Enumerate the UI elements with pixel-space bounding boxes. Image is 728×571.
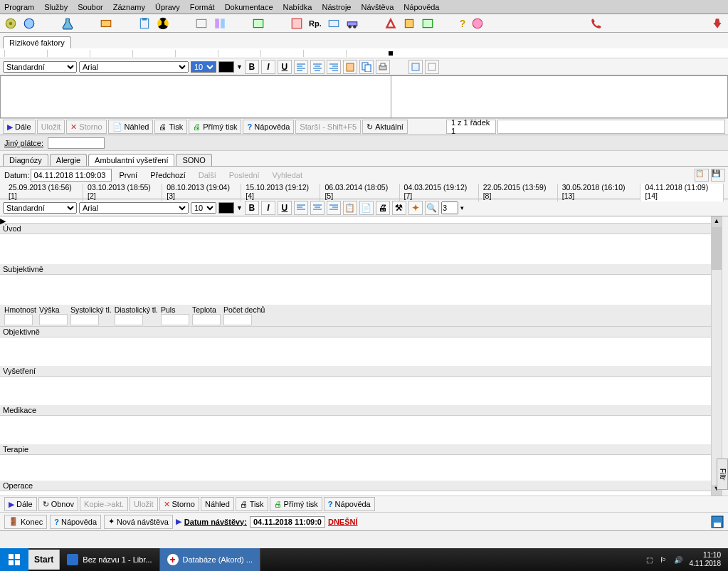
tool-button-c[interactable]: 🔍 (425, 201, 439, 215)
bold-button[interactable]: B (245, 60, 259, 74)
italic-button-2[interactable]: I (261, 201, 275, 215)
paste-button[interactable] (343, 60, 357, 74)
section-op-body[interactable] (0, 491, 711, 496)
align-center-button[interactable] (310, 60, 325, 74)
datum-input[interactable] (31, 169, 112, 182)
vital-vyska-input[interactable] (39, 314, 68, 325)
tool-button-a[interactable]: ⚒ (392, 201, 406, 215)
taskbar-clock[interactable]: 11:10 4.11.2018 (690, 551, 722, 568)
menu-sluzby[interactable]: Služby (44, 3, 68, 11)
date-tab-9[interactable]: 04.11.2018 (11:09) [14] (640, 182, 724, 201)
starsi-button[interactable]: Starší - Shift+F5 (295, 120, 361, 134)
style-select[interactable]: Standardní (3, 61, 77, 73)
tray-flag-icon[interactable]: 🏳 (660, 556, 667, 564)
print-button[interactable] (376, 60, 390, 74)
tool-icon-8[interactable] (213, 17, 226, 30)
section-med-body[interactable] (0, 416, 711, 444)
tool-icon-14[interactable] (384, 17, 397, 30)
tool-icon-7[interactable] (195, 17, 208, 30)
task-libreoffice[interactable]: Bez názvu 1 - Libr... (60, 548, 159, 571)
primy-tisk-button-2[interactable]: 🖨Přímý tisk (270, 497, 322, 511)
align-left-button-2[interactable] (294, 201, 308, 215)
vertical-scrollbar[interactable]: ▲ ▼ (711, 216, 722, 496)
tab-ambulantni[interactable]: Ambulantní vyšetření (88, 154, 174, 166)
start-button[interactable]: Start (28, 550, 60, 570)
align-center-button-2[interactable] (310, 201, 325, 215)
right-ctl-2[interactable]: 💾 (711, 169, 725, 182)
tool-icon-16[interactable] (421, 17, 434, 30)
vital-puls-input[interactable] (161, 314, 189, 325)
section-uvod-body[interactable] (0, 234, 711, 264)
storno-button[interactable]: ✕Storno (66, 120, 106, 134)
help-icon[interactable]: ? (460, 18, 466, 29)
underline-button-2[interactable]: U (278, 201, 292, 215)
color-swatch-2[interactable] (218, 202, 234, 214)
storno-button-2[interactable]: ✕Storno (159, 497, 199, 511)
menu-zaznamy[interactable]: Záznamy (113, 3, 145, 11)
nova-navsteva-button[interactable]: ✦Nová návštěva (104, 515, 173, 529)
rizikove-textarea[interactable] (0, 75, 391, 118)
menu-soubor[interactable]: Soubor (78, 3, 102, 11)
bold-button-2[interactable]: B (245, 201, 259, 215)
tool-icon-18[interactable] (471, 17, 484, 30)
tray-icon-1[interactable]: ⬚ (646, 556, 653, 564)
posledni-button[interactable]: Poslední (223, 170, 265, 180)
extra-btn-1[interactable] (408, 60, 423, 74)
menu-format[interactable]: Formát (190, 3, 215, 11)
menu-dokumentace[interactable]: Dokumentace (225, 3, 273, 11)
tray-volume-icon[interactable]: 🔊 (674, 556, 682, 564)
napoveda-button-3[interactable]: ?Nápověda (50, 515, 101, 529)
menu-napoveda[interactable]: Nápověda (403, 3, 439, 11)
aktualni-button[interactable]: ↻Aktuální (362, 120, 408, 134)
date-tab-6[interactable]: 04.03.2015 (19:12) [7] (400, 182, 479, 201)
vital-systol-input[interactable] (70, 314, 99, 325)
jiny-platce-input[interactable] (48, 137, 105, 149)
obnov-button[interactable]: ↻Obnov (38, 497, 78, 511)
napoveda-button-2[interactable]: ?Nápověda (324, 497, 375, 511)
section-subj-body[interactable] (0, 275, 711, 305)
rp-icon[interactable]: Rp. (309, 19, 322, 28)
pin-icon[interactable] (711, 17, 724, 30)
ulozit-button-2[interactable]: Uložit (130, 497, 158, 511)
tisk-button-2[interactable]: 🖨Tisk (236, 497, 268, 511)
tool-icon-1[interactable] (4, 17, 17, 30)
tab-rizikove-faktory[interactable]: Rizikové faktory (3, 36, 71, 48)
clipboard-icon[interactable] (138, 17, 151, 30)
task-akord[interactable]: + Databáze (Akord) ... (160, 548, 260, 571)
print-button-2[interactable]: 🖨 (376, 201, 390, 215)
date-tab-4[interactable]: 15.10.2013 (19:12) [4] (241, 182, 320, 201)
vyhledat-button[interactable]: Vyhledat (267, 170, 308, 180)
tool-icon-9[interactable] (252, 17, 265, 30)
filter-tab[interactable]: Filtr (717, 459, 728, 490)
level-input[interactable] (441, 201, 458, 214)
section-obj-body[interactable] (0, 337, 711, 366)
nahled-button-2[interactable]: Náhled (201, 497, 234, 511)
kopie-button[interactable]: Kopie->akt. (80, 497, 128, 511)
dale-button[interactable]: ▶Dále (3, 120, 36, 134)
primy-tisk-button[interactable]: 🖨Přímý tisk (189, 120, 241, 134)
tool-button-b[interactable]: ✦ (408, 201, 423, 215)
tool-icon-10[interactable] (290, 17, 303, 30)
vital-hmotnost-input[interactable] (4, 314, 33, 325)
copy-button-2[interactable]: 📄 (359, 201, 374, 215)
align-right-button[interactable] (327, 60, 341, 74)
ulozit-button[interactable]: Uložit (37, 120, 65, 134)
menu-navsteva[interactable]: Návštěva (361, 3, 394, 11)
style-select-2[interactable]: Standardní (3, 202, 77, 214)
vital-dechy-input[interactable] (223, 314, 252, 325)
prvni-button[interactable]: První (113, 170, 143, 180)
tool-icon-12[interactable] (327, 17, 340, 30)
dale-button-2[interactable]: ▶Dále (4, 497, 37, 511)
flask-icon[interactable] (61, 17, 74, 30)
color-swatch[interactable] (218, 61, 234, 73)
underline-button[interactable]: U (278, 60, 292, 74)
copy-button[interactable] (359, 60, 374, 74)
konec-button[interactable]: 🚪Konec (4, 515, 47, 529)
menu-nabidka[interactable]: Nabídka (283, 3, 312, 11)
tool-icon-2[interactable] (23, 17, 36, 30)
italic-button[interactable]: I (261, 60, 275, 74)
date-tab-5[interactable]: 06.03.2014 (18:05) [5] (320, 182, 399, 201)
section-ter-body[interactable] (0, 455, 711, 481)
align-right-button-2[interactable] (327, 201, 341, 215)
extra-btn-2[interactable] (425, 60, 439, 74)
